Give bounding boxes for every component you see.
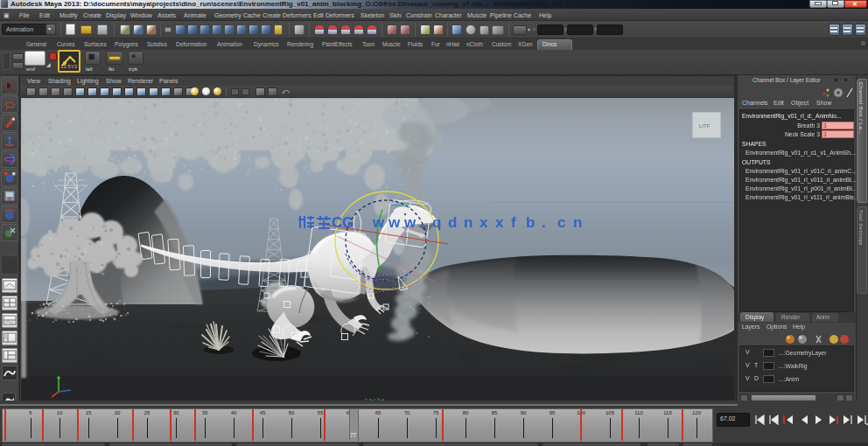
svg-text:x: x [495,214,504,231]
svg-text:LITF: LITF [699,123,710,129]
svg-text:.: . [420,214,424,231]
svg-text:x: x [480,214,488,231]
svg-text:w: w [372,214,385,231]
svg-text:q: q [432,214,441,231]
svg-text:w: w [403,214,416,231]
svg-text:C: C [332,214,342,231]
svg-text:b: b [526,214,535,231]
svg-text:.: . [542,214,546,231]
svg-text:G: G [342,214,354,231]
svg-text:n: n [464,214,472,231]
svg-text:c: c [557,214,565,231]
svg-text:n: n [573,214,582,231]
svg-text:w: w [388,214,401,231]
svg-text:f: f [511,214,516,231]
svg-text:d: d [448,214,457,231]
